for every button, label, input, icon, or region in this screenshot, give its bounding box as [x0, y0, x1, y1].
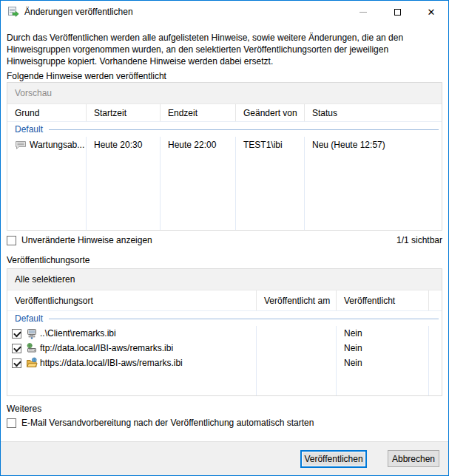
show-unchanged-label[interactable]: Unveränderte Hinweise anzeigen [21, 235, 152, 245]
cell-startzeit: Heute 20:30 [87, 137, 161, 153]
titlebar: Änderungen veröffentlichen ✕ [1, 1, 448, 23]
hints-group-row-default[interactable]: Default [7, 122, 442, 137]
cell-veroeffentlicht: Nein [337, 326, 429, 341]
column-header-status[interactable]: Status [305, 104, 442, 121]
email-option-row: E-Mail Versandvorbereitung nach der Verö… [7, 418, 442, 428]
web-folder-icon [26, 357, 38, 369]
cell-grund: Wartungsab... [7, 137, 87, 153]
window-controls: ✕ [346, 1, 448, 23]
hint-reason: Wartungsab... [30, 140, 84, 150]
column-header-endzeit[interactable]: Endzeit [161, 104, 236, 121]
cell-spacer [429, 341, 442, 356]
cell-status: Neu (Heute 12:57) [305, 137, 442, 153]
locations-table-body: Default ..\Client\remarks.ibi [7, 311, 442, 395]
cancel-button[interactable]: Abbrechen [388, 450, 439, 467]
cell-veroeffentlicht: Nein [337, 341, 429, 356]
column-header-spacer [429, 290, 442, 310]
minimize-icon [359, 12, 367, 13]
column-header-startzeit[interactable]: Startzeit [87, 104, 161, 121]
column-header-veroeffentlicht[interactable]: Veröffentlicht [337, 290, 429, 310]
table-row[interactable]: ftp://data.local/IBI-aws/remarks.ibi Nei… [7, 341, 442, 356]
intro-text: Durch das Veröffentlichen werden alle au… [7, 32, 442, 67]
cell-veroeffentlicht-am [257, 356, 337, 370]
location-checkbox[interactable] [12, 358, 21, 368]
locations-table: Alle selektieren Veröffentlichungsort Ve… [7, 268, 442, 396]
table-row[interactable]: Wartungsab... Heute 20:30 Heute 22:00 TE… [7, 137, 442, 153]
close-button[interactable]: ✕ [414, 1, 448, 23]
vorschau-button[interactable]: Vorschau [7, 83, 442, 104]
hints-section-label: Folgende Hinweise werden veröffentlicht [7, 71, 442, 82]
locations-section-label: Veröffentlichungsorte [7, 255, 442, 266]
locations-group-row-default[interactable]: Default [7, 311, 442, 326]
cell-veroeffentlicht-am [257, 341, 337, 356]
dialog-content: Durch das Veröffentlichen werden alle au… [1, 23, 448, 441]
minimize-button[interactable] [346, 1, 380, 23]
publish-icon [7, 6, 19, 18]
locations-table-header: Veröffentlichungsort Veröffentlicht am V… [7, 290, 442, 311]
group-label: Default [15, 124, 43, 135]
location-checkbox[interactable] [12, 344, 21, 353]
location-path: https://data.local/IBI-aws/remarks.ibi [40, 358, 183, 368]
email-checkbox[interactable] [7, 418, 16, 428]
intro-line: Durch das Veröffentlichen werden alle au… [7, 32, 442, 44]
intro-line: Hinweisgruppen vorgenommen wurden, an de… [7, 44, 442, 55]
close-icon: ✕ [428, 7, 436, 17]
select-all-button[interactable]: Alle selektieren [7, 269, 442, 290]
publish-changes-dialog: Änderungen veröffentlichen ✕ Durch das V… [0, 0, 449, 476]
cell-ort: https://data.local/IBI-aws/remarks.ibi [7, 356, 257, 370]
hints-table: Vorschau Grund Startzeit Endzeit Geänder… [7, 82, 442, 231]
hints-table-body: Default Wartungsab... Heute 20:30 Heute … [7, 122, 442, 230]
column-header-grund[interactable]: Grund [7, 104, 87, 121]
group-rule [49, 129, 439, 130]
cell-spacer [429, 326, 442, 341]
publish-button[interactable]: Veröffentlichen [300, 450, 367, 468]
cell-geaendert-von: TEST1\ibi [236, 137, 305, 153]
show-unchanged-checkbox[interactable] [7, 236, 16, 245]
group-label: Default [15, 313, 43, 324]
dialog-footer: Veröffentlichen Abbrechen [1, 441, 448, 475]
table-row[interactable]: ..\Client\remarks.ibi Nein [7, 326, 442, 341]
cell-spacer [429, 356, 442, 370]
location-path: ..\Client\remarks.ibi [40, 328, 116, 339]
note-icon [15, 139, 27, 151]
cell-veroeffentlicht-am [257, 326, 337, 341]
location-checkbox[interactable] [12, 329, 21, 339]
network-computer-icon [26, 327, 38, 339]
ftp-server-icon [26, 342, 38, 354]
maximize-button[interactable] [380, 1, 414, 23]
hints-table-header: Grund Startzeit Endzeit Geändert von Sta… [7, 104, 442, 122]
visible-count: 1/1 sichtbar [396, 235, 442, 245]
email-checkbox-label[interactable]: E-Mail Versandvorbereitung nach der Verö… [21, 418, 314, 428]
table-row[interactable]: https://data.local/IBI-aws/remarks.ibi N… [7, 356, 442, 370]
group-rule [49, 319, 439, 319]
weiteres-label: Weiteres [7, 404, 442, 415]
cell-endzeit: Heute 22:00 [161, 137, 236, 153]
cell-ort: ..\Client\remarks.ibi [7, 326, 257, 341]
column-header-veroeffentlicht-am[interactable]: Veröffentlicht am [257, 290, 337, 310]
intro-line: Hinweisgruppe kopiert. Vorhandene Hinwei… [7, 55, 442, 67]
column-header-geaendert-von[interactable]: Geändert von [236, 104, 305, 121]
window-title: Änderungen veröffentlichen [24, 7, 133, 17]
location-path: ftp://data.local/IBI-aws/remarks.ibi [40, 343, 173, 353]
maximize-icon [394, 9, 401, 16]
cell-veroeffentlicht: Nein [337, 356, 429, 370]
show-unchanged-row: Unveränderte Hinweise anzeigen 1/1 sicht… [7, 235, 442, 245]
cell-ort: ftp://data.local/IBI-aws/remarks.ibi [7, 341, 257, 356]
column-header-ort[interactable]: Veröffentlichungsort [7, 290, 257, 310]
